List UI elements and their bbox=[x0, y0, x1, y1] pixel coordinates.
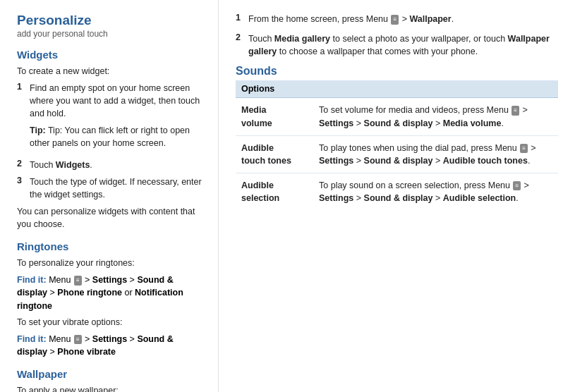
tip-text: Tip: You can flick left or right to open… bbox=[30, 125, 190, 148]
step3-content: Touch the type of widget. If necessary, … bbox=[30, 176, 204, 201]
ringtones-findit1: Find it: Menu ≡ > Settings > Sound & dis… bbox=[17, 274, 204, 312]
step-number-2: 2 bbox=[17, 159, 27, 171]
media-gallery-bold: Media gallery bbox=[274, 34, 330, 44]
findit1-label: Find it: bbox=[17, 275, 47, 285]
right-step1-content: From the home screen, press Menu ≡ > Wal… bbox=[248, 13, 454, 25]
option-desc-media-volume: To set volume for media and videos, pres… bbox=[313, 98, 558, 135]
right-step1: 1 From the home screen, press Menu ≡ > W… bbox=[236, 13, 558, 25]
tip-label: Tip: bbox=[30, 125, 46, 135]
wallpaper-intro: To apply a new wallpaper: bbox=[17, 384, 204, 392]
widgets-step3: 3 Touch the type of widget. If necessary… bbox=[17, 176, 204, 201]
tip-block: Tip: Tip: You can flick left or right to… bbox=[30, 124, 204, 149]
widgets-bold: Widgets bbox=[56, 160, 90, 170]
widgets-personalize: You can personalize widgets with content… bbox=[17, 205, 204, 231]
right-step-number-1: 1 bbox=[236, 13, 246, 25]
table-header-cell: Options bbox=[236, 80, 558, 98]
page-subtitle: add your personal touch bbox=[17, 29, 204, 39]
left-column: Personalize add your personal touch Widg… bbox=[0, 0, 219, 392]
wallpaper-heading: Wallpaper bbox=[17, 368, 204, 380]
sounds-heading: Sounds bbox=[236, 65, 558, 78]
sounds-table: Options Mediavolume To set volume for me… bbox=[236, 80, 558, 210]
right-step2: 2 Touch Media gallery to select a photo … bbox=[236, 32, 558, 58]
ringtones-intro: To personalize your ringtones: bbox=[17, 257, 204, 269]
menu-icon-3: ≡ bbox=[391, 15, 399, 25]
table-row: Mediavolume To set volume for media and … bbox=[236, 98, 558, 135]
table-row: Audibletouch tones To play tones when us… bbox=[236, 135, 558, 173]
ringtones-findit2: Find it: Menu ≡ > Settings > Sound & dis… bbox=[17, 333, 204, 358]
vibrate-intro: To set your vibrate options: bbox=[17, 316, 204, 329]
step1-text: Find an empty spot on your home screen w… bbox=[30, 83, 200, 118]
step2-content: Touch Widgets. bbox=[30, 159, 92, 171]
step1-content: Find an empty spot on your home screen w… bbox=[30, 82, 204, 154]
menu-icon-1: ≡ bbox=[74, 276, 82, 286]
menu-icon-5: ≡ bbox=[520, 144, 528, 154]
widgets-step2: 2 Touch Widgets. bbox=[17, 159, 204, 171]
findit2-label: Find it: bbox=[17, 334, 47, 344]
table-header-row: Options bbox=[236, 80, 558, 98]
option-desc-audible-selection: To play sound on a screen selection, pre… bbox=[313, 173, 558, 210]
option-desc-audible-touch: To play tones when using the dial pad, p… bbox=[313, 135, 558, 173]
wallpaper-bold: Wallpaper bbox=[409, 14, 451, 24]
option-label-media-volume: Mediavolume bbox=[236, 98, 313, 135]
page-title: Personalize bbox=[17, 13, 204, 29]
right-step-number-2: 2 bbox=[236, 32, 246, 58]
option-label-audible-selection: Audibleselection bbox=[236, 173, 313, 210]
option-label-audible-touch: Audibletouch tones bbox=[236, 135, 313, 173]
menu-icon-6: ≡ bbox=[513, 181, 521, 191]
step-number-1: 1 bbox=[17, 82, 27, 154]
right-step2-content: Touch Media gallery to select a photo as… bbox=[248, 32, 558, 58]
widgets-intro: To create a new widget: bbox=[17, 65, 204, 78]
ringtones-heading: Ringtones bbox=[17, 240, 204, 252]
table-row: Audibleselection To play sound on a scre… bbox=[236, 173, 558, 210]
menu-icon-2: ≡ bbox=[74, 335, 82, 345]
menu-icon-4: ≡ bbox=[512, 106, 519, 116]
right-column: 1 From the home screen, press Menu ≡ > W… bbox=[219, 0, 575, 392]
widgets-step1: 1 Find an empty spot on your home screen… bbox=[17, 82, 204, 154]
step-number-3: 3 bbox=[17, 176, 27, 201]
widgets-heading: Widgets bbox=[17, 49, 204, 61]
